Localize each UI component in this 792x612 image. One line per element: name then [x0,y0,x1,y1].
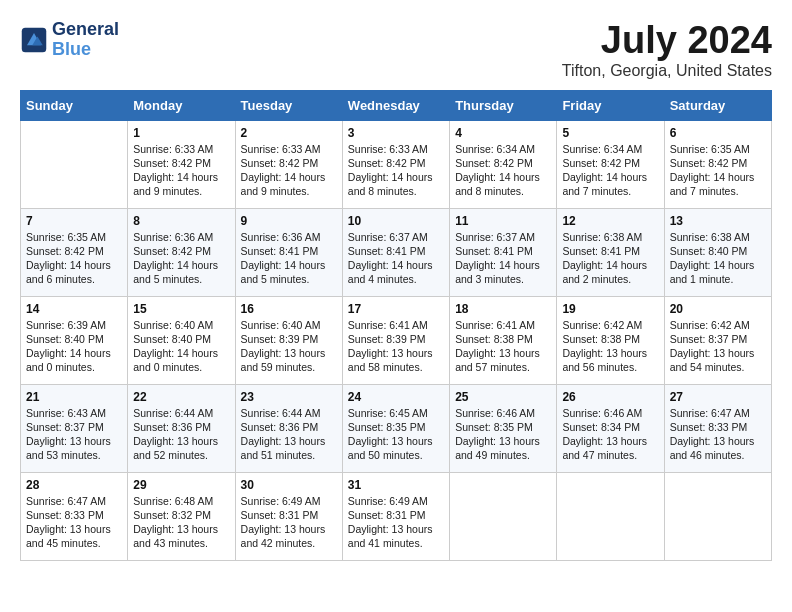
day-info: Sunrise: 6:36 AM Sunset: 8:42 PM Dayligh… [133,230,229,287]
calendar-cell: 1Sunrise: 6:33 AM Sunset: 8:42 PM Daylig… [128,120,235,208]
calendar-cell [21,120,128,208]
day-number: 12 [562,214,658,228]
day-number: 13 [670,214,766,228]
day-info: Sunrise: 6:46 AM Sunset: 8:34 PM Dayligh… [562,406,658,463]
page-header: General Blue July 2024 Tifton, Georgia, … [20,20,772,80]
day-info: Sunrise: 6:33 AM Sunset: 8:42 PM Dayligh… [348,142,444,199]
day-number: 31 [348,478,444,492]
day-number: 2 [241,126,337,140]
day-info: Sunrise: 6:49 AM Sunset: 8:31 PM Dayligh… [241,494,337,551]
calendar-cell: 10Sunrise: 6:37 AM Sunset: 8:41 PM Dayli… [342,208,449,296]
header-thursday: Thursday [450,90,557,120]
day-number: 29 [133,478,229,492]
day-number: 15 [133,302,229,316]
calendar-cell [450,472,557,560]
day-info: Sunrise: 6:48 AM Sunset: 8:32 PM Dayligh… [133,494,229,551]
day-number: 11 [455,214,551,228]
day-info: Sunrise: 6:47 AM Sunset: 8:33 PM Dayligh… [26,494,122,551]
day-number: 14 [26,302,122,316]
header-monday: Monday [128,90,235,120]
day-number: 4 [455,126,551,140]
day-number: 28 [26,478,122,492]
day-number: 10 [348,214,444,228]
calendar-header-row: SundayMondayTuesdayWednesdayThursdayFrid… [21,90,772,120]
day-number: 3 [348,126,444,140]
calendar-cell: 6Sunrise: 6:35 AM Sunset: 8:42 PM Daylig… [664,120,771,208]
day-number: 7 [26,214,122,228]
calendar-cell: 3Sunrise: 6:33 AM Sunset: 8:42 PM Daylig… [342,120,449,208]
day-info: Sunrise: 6:40 AM Sunset: 8:40 PM Dayligh… [133,318,229,375]
day-info: Sunrise: 6:41 AM Sunset: 8:39 PM Dayligh… [348,318,444,375]
day-info: Sunrise: 6:38 AM Sunset: 8:41 PM Dayligh… [562,230,658,287]
day-info: Sunrise: 6:42 AM Sunset: 8:37 PM Dayligh… [670,318,766,375]
calendar-cell: 18Sunrise: 6:41 AM Sunset: 8:38 PM Dayli… [450,296,557,384]
day-info: Sunrise: 6:43 AM Sunset: 8:37 PM Dayligh… [26,406,122,463]
day-number: 27 [670,390,766,404]
day-info: Sunrise: 6:44 AM Sunset: 8:36 PM Dayligh… [241,406,337,463]
day-info: Sunrise: 6:40 AM Sunset: 8:39 PM Dayligh… [241,318,337,375]
day-info: Sunrise: 6:34 AM Sunset: 8:42 PM Dayligh… [455,142,551,199]
calendar-table: SundayMondayTuesdayWednesdayThursdayFrid… [20,90,772,561]
calendar-week-row: 28Sunrise: 6:47 AM Sunset: 8:33 PM Dayli… [21,472,772,560]
logo-text: General Blue [52,20,119,60]
calendar-cell: 7Sunrise: 6:35 AM Sunset: 8:42 PM Daylig… [21,208,128,296]
calendar-week-row: 7Sunrise: 6:35 AM Sunset: 8:42 PM Daylig… [21,208,772,296]
day-info: Sunrise: 6:34 AM Sunset: 8:42 PM Dayligh… [562,142,658,199]
month-year: July 2024 [562,20,772,62]
calendar-cell: 5Sunrise: 6:34 AM Sunset: 8:42 PM Daylig… [557,120,664,208]
day-info: Sunrise: 6:41 AM Sunset: 8:38 PM Dayligh… [455,318,551,375]
calendar-cell: 9Sunrise: 6:36 AM Sunset: 8:41 PM Daylig… [235,208,342,296]
day-info: Sunrise: 6:47 AM Sunset: 8:33 PM Dayligh… [670,406,766,463]
day-info: Sunrise: 6:37 AM Sunset: 8:41 PM Dayligh… [455,230,551,287]
calendar-cell: 13Sunrise: 6:38 AM Sunset: 8:40 PM Dayli… [664,208,771,296]
header-wednesday: Wednesday [342,90,449,120]
title-block: July 2024 Tifton, Georgia, United States [562,20,772,80]
day-number: 16 [241,302,337,316]
calendar-week-row: 1Sunrise: 6:33 AM Sunset: 8:42 PM Daylig… [21,120,772,208]
calendar-cell: 23Sunrise: 6:44 AM Sunset: 8:36 PM Dayli… [235,384,342,472]
calendar-cell: 25Sunrise: 6:46 AM Sunset: 8:35 PM Dayli… [450,384,557,472]
day-number: 5 [562,126,658,140]
calendar-week-row: 14Sunrise: 6:39 AM Sunset: 8:40 PM Dayli… [21,296,772,384]
day-number: 20 [670,302,766,316]
calendar-cell: 27Sunrise: 6:47 AM Sunset: 8:33 PM Dayli… [664,384,771,472]
day-number: 22 [133,390,229,404]
calendar-cell: 22Sunrise: 6:44 AM Sunset: 8:36 PM Dayli… [128,384,235,472]
logo: General Blue [20,20,119,60]
day-info: Sunrise: 6:49 AM Sunset: 8:31 PM Dayligh… [348,494,444,551]
calendar-cell: 4Sunrise: 6:34 AM Sunset: 8:42 PM Daylig… [450,120,557,208]
day-info: Sunrise: 6:35 AM Sunset: 8:42 PM Dayligh… [670,142,766,199]
day-number: 6 [670,126,766,140]
calendar-cell: 14Sunrise: 6:39 AM Sunset: 8:40 PM Dayli… [21,296,128,384]
calendar-cell: 15Sunrise: 6:40 AM Sunset: 8:40 PM Dayli… [128,296,235,384]
day-info: Sunrise: 6:35 AM Sunset: 8:42 PM Dayligh… [26,230,122,287]
calendar-cell: 31Sunrise: 6:49 AM Sunset: 8:31 PM Dayli… [342,472,449,560]
calendar-cell: 24Sunrise: 6:45 AM Sunset: 8:35 PM Dayli… [342,384,449,472]
logo-icon [20,26,48,54]
calendar-cell: 29Sunrise: 6:48 AM Sunset: 8:32 PM Dayli… [128,472,235,560]
day-info: Sunrise: 6:44 AM Sunset: 8:36 PM Dayligh… [133,406,229,463]
day-number: 24 [348,390,444,404]
calendar-cell: 21Sunrise: 6:43 AM Sunset: 8:37 PM Dayli… [21,384,128,472]
day-number: 30 [241,478,337,492]
day-info: Sunrise: 6:37 AM Sunset: 8:41 PM Dayligh… [348,230,444,287]
day-info: Sunrise: 6:38 AM Sunset: 8:40 PM Dayligh… [670,230,766,287]
header-tuesday: Tuesday [235,90,342,120]
day-info: Sunrise: 6:33 AM Sunset: 8:42 PM Dayligh… [133,142,229,199]
day-number: 9 [241,214,337,228]
calendar-cell: 2Sunrise: 6:33 AM Sunset: 8:42 PM Daylig… [235,120,342,208]
day-number: 17 [348,302,444,316]
day-info: Sunrise: 6:39 AM Sunset: 8:40 PM Dayligh… [26,318,122,375]
day-info: Sunrise: 6:33 AM Sunset: 8:42 PM Dayligh… [241,142,337,199]
calendar-cell [557,472,664,560]
header-sunday: Sunday [21,90,128,120]
calendar-cell: 28Sunrise: 6:47 AM Sunset: 8:33 PM Dayli… [21,472,128,560]
calendar-cell: 17Sunrise: 6:41 AM Sunset: 8:39 PM Dayli… [342,296,449,384]
day-number: 1 [133,126,229,140]
day-number: 25 [455,390,551,404]
day-info: Sunrise: 6:36 AM Sunset: 8:41 PM Dayligh… [241,230,337,287]
day-number: 18 [455,302,551,316]
calendar-cell: 11Sunrise: 6:37 AM Sunset: 8:41 PM Dayli… [450,208,557,296]
calendar-cell: 30Sunrise: 6:49 AM Sunset: 8:31 PM Dayli… [235,472,342,560]
calendar-cell: 20Sunrise: 6:42 AM Sunset: 8:37 PM Dayli… [664,296,771,384]
